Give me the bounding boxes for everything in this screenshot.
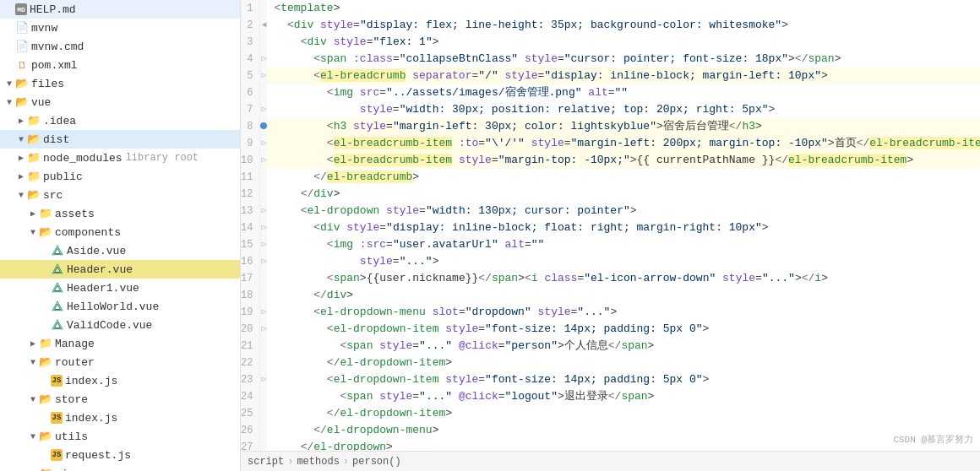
line-code: <el-breadcrumb separator="/" style="disp… — [267, 68, 980, 84]
line-number: 2 — [241, 17, 260, 34]
sidebar-item-aside-vue[interactable]: Aside.vue — [0, 241, 240, 260]
file-tree: MDHELP.md📄mvnw📄mvnw.cmd🗋pom.xml📂files📂vu… — [0, 0, 241, 471]
line-code: </div> — [267, 186, 980, 203]
chevron-icon — [27, 338, 39, 349]
table-row: 2◀ <div style="display: flex; line-heigh… — [241, 17, 980, 34]
folder-icon: 📁 — [27, 151, 41, 165]
sidebar-item-help[interactable]: MDHELP.md — [0, 0, 240, 19]
line-number: 7 — [241, 101, 260, 118]
folder-open-icon: 📂 — [39, 430, 52, 443]
line-gutter: ▷ — [260, 219, 268, 236]
table-row: 12 </div> — [241, 186, 980, 203]
line-number: 18 — [241, 287, 260, 304]
sidebar-item-label: Manage — [55, 338, 95, 350]
table-row: 1<template> — [241, 0, 980, 17]
sidebar-item-label: Aside.vue — [67, 245, 126, 257]
sidebar-item-label: src — [43, 189, 63, 202]
sidebar-item-router-index[interactable]: JSindex.js — [0, 371, 240, 390]
vue-icon — [51, 318, 64, 332]
vue-icon — [51, 263, 64, 276]
line-gutter: ▷ — [260, 304, 268, 321]
sidebar-item-label: dist — [43, 133, 69, 146]
line-gutter — [260, 186, 268, 203]
vue-icon — [51, 244, 64, 257]
code-editor: 1<template>2◀ <div style="display: flex;… — [241, 0, 980, 471]
sidebar-item-files-folder[interactable]: 📂files — [0, 74, 240, 93]
sidebar-item-assets-folder[interactable]: 📁assets — [0, 204, 240, 223]
chevron-icon — [27, 228, 39, 237]
line-code: </div> — [267, 287, 980, 304]
xml-icon: 🗋 — [15, 58, 29, 72]
line-number: 10 — [241, 152, 260, 169]
table-row: 3 <div style="flex: 1"> — [241, 34, 980, 51]
sidebar-item-store-index[interactable]: JSindex.js — [0, 409, 240, 427]
sidebar-item-views-folder[interactable]: 📁views — [0, 464, 240, 471]
sidebar-item-request-js[interactable]: JSrequest.js — [0, 446, 240, 464]
sidebar-item-utils-folder[interactable]: 📂utils — [0, 427, 240, 446]
table-row: 22 </el-dropdown-item> — [241, 355, 980, 371]
sidebar-item-label: assets — [55, 208, 95, 220]
table-row: 4▷ <span :class="collapseBtnClass" style… — [241, 51, 980, 68]
line-gutter — [260, 270, 268, 287]
sidebar-item-router-folder[interactable]: 📂router — [0, 353, 240, 371]
sidebar-item-mvnw[interactable]: 📄mvnw — [0, 19, 240, 37]
sidebar-item-idea-folder[interactable]: 📁.idea — [0, 111, 240, 130]
sidebar-item-store-folder[interactable]: 📂store — [0, 390, 240, 409]
sidebar-item-helloworld-vue[interactable]: HelloWorld.vue — [0, 297, 240, 316]
file-icon: 📄 — [15, 40, 29, 53]
line-gutter: ▷ — [260, 253, 268, 270]
sidebar-item-src-folder[interactable]: 📂src — [0, 186, 240, 204]
line-number: 3 — [241, 34, 260, 51]
folder-open-icon: 📂 — [39, 355, 52, 369]
sidebar-item-manage-folder[interactable]: 📁Manage — [0, 334, 240, 353]
sidebar-item-label: HelloWorld.vue — [67, 300, 159, 313]
table-row: 9▷ <el-breadcrumb-item :to="\'/'" style=… — [241, 135, 980, 152]
sidebar-item-dist-folder[interactable]: 📂dist — [0, 130, 240, 149]
chevron-icon — [15, 191, 27, 200]
breadcrumb-methods: methods — [297, 456, 339, 468]
table-row: 15▷ <img :src="user.avatarUrl" alt="" — [241, 236, 980, 253]
chevron-icon — [3, 98, 15, 107]
sidebar-item-node-modules[interactable]: 📁node_moduleslibrary root — [0, 149, 240, 167]
line-gutter — [260, 0, 268, 17]
line-code: <h3 style="margin-left: 30px; color: lig… — [267, 118, 980, 135]
vue-icon — [51, 281, 64, 295]
sidebar-item-header-vue[interactable]: Header.vue — [0, 260, 240, 279]
status-breadcrumb: script › methods › person() — [241, 451, 980, 471]
sidebar-item-header1-vue[interactable]: Header1.vue — [0, 279, 240, 297]
table-row: 16▷ style="..."> — [241, 253, 980, 270]
file-icon: 📄 — [15, 21, 29, 35]
sidebar-item-label: Header.vue — [67, 263, 133, 276]
breadcrumb-person: person() — [352, 456, 401, 468]
sidebar-item-label: components — [55, 226, 121, 239]
sidebar-item-label: utils — [55, 430, 88, 443]
sidebar-item-public-folder[interactable]: 📁public — [0, 167, 240, 186]
sidebar-item-vue-folder[interactable]: 📂vue — [0, 93, 240, 111]
line-code: <span style="..." @click="person">个人信息</… — [267, 338, 980, 355]
table-row: 25 </el-dropdown-item> — [241, 405, 980, 422]
code-table: 1<template>2◀ <div style="display: flex;… — [241, 0, 980, 471]
line-number: 22 — [241, 355, 260, 371]
sidebar-item-label: vue — [31, 96, 51, 109]
sidebar-item-components-folder[interactable]: 📂components — [0, 223, 240, 241]
line-gutter: ▷ — [260, 101, 268, 118]
sidebar-item-label: ValidCode.vue — [67, 319, 152, 332]
line-code: </el-dropdown-item> — [267, 355, 980, 371]
line-number: 15 — [241, 236, 260, 253]
table-row: 20▷ <el-dropdown-item style="font-size: … — [241, 321, 980, 338]
sidebar-item-validcode-vue[interactable]: ValidCode.vue — [0, 316, 240, 334]
folder-open-icon: 📂 — [15, 77, 29, 90]
sidebar-item-label: Header1.vue — [67, 282, 139, 295]
table-row: 8 <h3 style="margin-left: 30px; color: l… — [241, 118, 980, 135]
table-row: 26 </el-dropdown-menu> — [241, 422, 980, 439]
sidebar-item-pom-xml[interactable]: 🗋pom.xml — [0, 56, 240, 74]
sidebar-item-label: views — [55, 468, 88, 472]
line-code: style="..."> — [267, 253, 980, 270]
line-gutter — [260, 169, 268, 186]
table-row: 19▷ <el-dropdown-menu slot="dropdown" st… — [241, 304, 980, 321]
line-code: </el-breadcrumb> — [267, 169, 980, 186]
line-gutter: ▷ — [260, 51, 268, 68]
line-code: </el-dropdown-item> — [267, 405, 980, 422]
table-row: 14▷ <div style="display: inline-block; f… — [241, 219, 980, 236]
sidebar-item-mvnw-cmd[interactable]: 📄mvnw.cmd — [0, 37, 240, 56]
